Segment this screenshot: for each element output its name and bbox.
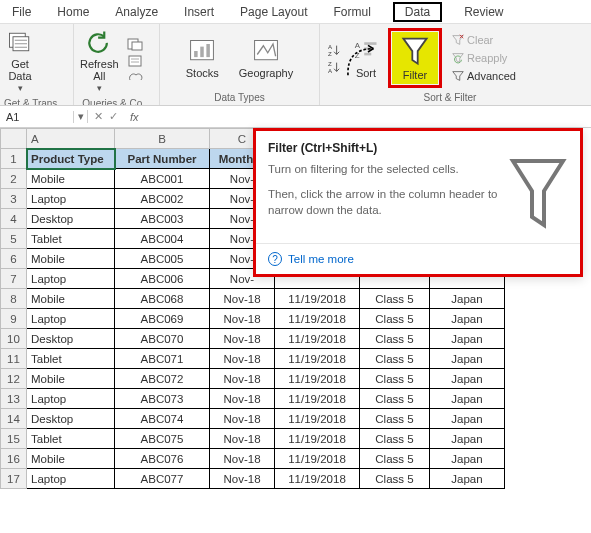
cell[interactable]: Class 5 (360, 429, 430, 449)
cell[interactable]: Class 5 (360, 309, 430, 329)
row-header-14[interactable]: 14 (1, 409, 27, 429)
cell[interactable]: ABC076 (115, 449, 210, 469)
cell[interactable]: 11/19/2018 (275, 309, 360, 329)
tab-page-layout[interactable]: Page Layout (236, 3, 311, 21)
name-box[interactable]: A1 (0, 111, 74, 123)
tab-formulas[interactable]: Formul (329, 3, 374, 21)
tab-analyze[interactable]: Analyze (111, 3, 162, 21)
queries-icon[interactable] (127, 38, 143, 52)
row-header-16[interactable]: 16 (1, 449, 27, 469)
cell[interactable]: ABC001 (115, 169, 210, 189)
geography-button[interactable]: Geography (237, 35, 295, 81)
cell[interactable]: ABC072 (115, 369, 210, 389)
reapply-button[interactable]: Reapply (448, 50, 519, 66)
fx-icon[interactable]: fx (124, 111, 145, 123)
cell[interactable]: Nov-18 (210, 329, 275, 349)
cell[interactable]: Japan (430, 409, 505, 429)
cell[interactable]: 11/19/2018 (275, 329, 360, 349)
cell[interactable]: ABC070 (115, 329, 210, 349)
properties-icon[interactable] (127, 54, 143, 68)
cell[interactable]: Tablet (27, 229, 115, 249)
cell[interactable]: Class 5 (360, 349, 430, 369)
cell[interactable]: 11/19/2018 (275, 469, 360, 489)
row-header-6[interactable]: 6 (1, 249, 27, 269)
cell[interactable]: ABC077 (115, 469, 210, 489)
cell[interactable]: Desktop (27, 209, 115, 229)
cell[interactable]: Japan (430, 289, 505, 309)
cell[interactable]: 11/19/2018 (275, 349, 360, 369)
cell[interactable]: Nov-18 (210, 289, 275, 309)
cancel-formula-icon[interactable]: ✕ (94, 110, 103, 123)
row-header-13[interactable]: 13 (1, 389, 27, 409)
name-box-dropdown[interactable]: ▾ (74, 110, 88, 123)
row-header-11[interactable]: 11 (1, 349, 27, 369)
cell[interactable]: 11/19/2018 (275, 429, 360, 449)
row-header-1[interactable]: 1 (1, 149, 27, 169)
cell[interactable]: Nov-18 (210, 389, 275, 409)
get-data-button[interactable]: Get Data ▾ (4, 26, 36, 96)
cell[interactable]: Laptop (27, 189, 115, 209)
enter-formula-icon[interactable]: ✓ (109, 110, 118, 123)
cell[interactable]: Nov-18 (210, 349, 275, 369)
cell[interactable]: Japan (430, 389, 505, 409)
cell[interactable]: Laptop (27, 469, 115, 489)
sort-za-button[interactable]: ZA (324, 59, 344, 75)
cell[interactable]: ABC073 (115, 389, 210, 409)
header-cell[interactable]: Part Number (115, 149, 210, 169)
row-header-7[interactable]: 7 (1, 269, 27, 289)
cell[interactable]: 11/19/2018 (275, 369, 360, 389)
cell[interactable]: Class 5 (360, 449, 430, 469)
cell[interactable]: Mobile (27, 369, 115, 389)
cell[interactable]: Japan (430, 429, 505, 449)
cell[interactable]: ABC005 (115, 249, 210, 269)
row-header-15[interactable]: 15 (1, 429, 27, 449)
cell[interactable]: Nov-18 (210, 449, 275, 469)
header-cell[interactable]: Product Type (27, 149, 115, 169)
cell[interactable]: ABC003 (115, 209, 210, 229)
cell[interactable]: Nov-18 (210, 409, 275, 429)
select-all-cell[interactable] (1, 129, 27, 149)
sort-az-button[interactable]: AZ (324, 42, 344, 58)
row-header-2[interactable]: 2 (1, 169, 27, 189)
row-header-9[interactable]: 9 (1, 309, 27, 329)
cell[interactable]: Class 5 (360, 329, 430, 349)
cell[interactable]: Laptop (27, 269, 115, 289)
clear-filter-button[interactable]: Clear (448, 32, 519, 48)
cell[interactable]: ABC075 (115, 429, 210, 449)
cell[interactable]: Nov-18 (210, 469, 275, 489)
row-header-5[interactable]: 5 (1, 229, 27, 249)
tab-home[interactable]: Home (53, 3, 93, 21)
cell[interactable]: Nov-18 (210, 309, 275, 329)
cell[interactable]: Mobile (27, 169, 115, 189)
row-header-8[interactable]: 8 (1, 289, 27, 309)
cell[interactable]: Laptop (27, 309, 115, 329)
cell[interactable]: Japan (430, 329, 505, 349)
cell[interactable]: Desktop (27, 329, 115, 349)
row-header-10[interactable]: 10 (1, 329, 27, 349)
cell[interactable]: ABC002 (115, 189, 210, 209)
cell[interactable]: ABC004 (115, 229, 210, 249)
cell[interactable]: Mobile (27, 449, 115, 469)
tab-insert[interactable]: Insert (180, 3, 218, 21)
cell[interactable]: ABC074 (115, 409, 210, 429)
row-header-12[interactable]: 12 (1, 369, 27, 389)
tab-review[interactable]: Review (460, 3, 507, 21)
cell[interactable]: ABC068 (115, 289, 210, 309)
row-header-17[interactable]: 17 (1, 469, 27, 489)
cell[interactable]: Class 5 (360, 469, 430, 489)
cell[interactable]: Desktop (27, 409, 115, 429)
cell[interactable]: Laptop (27, 389, 115, 409)
cell[interactable]: ABC069 (115, 309, 210, 329)
cell[interactable]: Japan (430, 469, 505, 489)
cell[interactable]: Tablet (27, 429, 115, 449)
tell-me-more-link[interactable]: ? Tell me more (268, 252, 568, 266)
cell[interactable]: 11/19/2018 (275, 409, 360, 429)
advanced-button[interactable]: Advanced (448, 68, 519, 84)
cell[interactable]: Class 5 (360, 389, 430, 409)
col-header-B[interactable]: B (115, 129, 210, 149)
cell[interactable]: Nov-18 (210, 429, 275, 449)
stocks-button[interactable]: Stocks (184, 35, 221, 81)
refresh-all-button[interactable]: Refresh All ▾ (78, 26, 121, 96)
cell[interactable]: ABC071 (115, 349, 210, 369)
cell[interactable]: 11/19/2018 (275, 289, 360, 309)
